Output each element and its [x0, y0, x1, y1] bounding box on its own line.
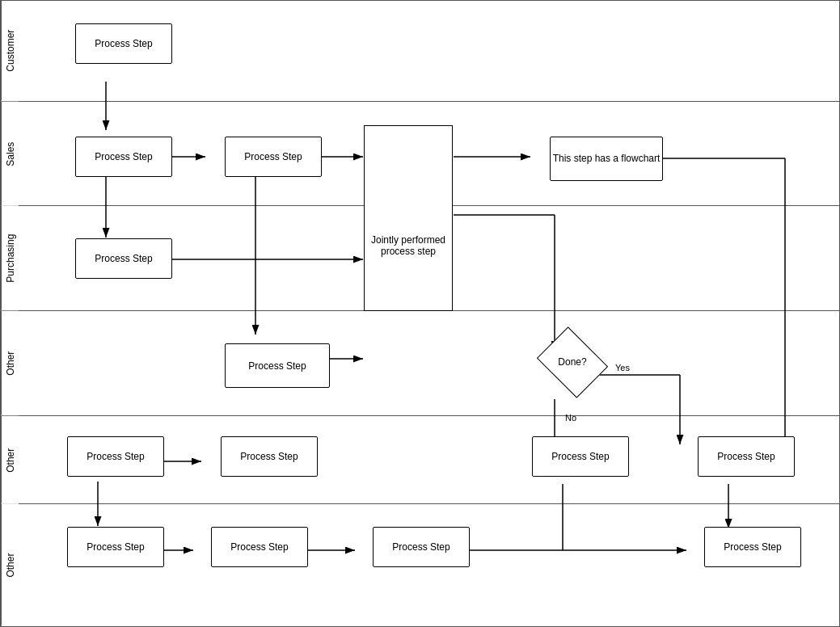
lane-content-other-2: Process Step Process Step Process Step P… — [19, 416, 839, 504]
lane-label-other-2: Other — [1, 416, 19, 504]
process-box-s1: Process Step — [75, 137, 172, 177]
lane-label-other-3: Other — [1, 504, 19, 626]
lane-content-customer: Process Step — [19, 1, 839, 101]
process-box-o2-3: Process Step — [532, 436, 629, 477]
process-box-o2-1: Process Step — [67, 436, 164, 477]
lane-label-customer: Customer — [1, 1, 19, 101]
diamond-label: Done? — [558, 356, 586, 368]
process-box-s2: Process Step — [225, 137, 322, 177]
lane-other-3: Other Process Step Process Step Process … — [1, 504, 839, 626]
diamond-done: Done? — [540, 338, 605, 386]
lane-label-other-1: Other — [1, 311, 19, 415]
process-box-o3-2: Process Step — [211, 527, 308, 567]
lane-content-other-1: Process Step Done? — [19, 311, 839, 415]
flowchart-diagram: Yes No Customer Process Step Sales Proce… — [0, 0, 840, 627]
lane-content-other-3: Process Step Process Step Process Step P… — [19, 504, 839, 626]
process-box-o2-4: Process Step — [698, 436, 795, 477]
process-box-o1: Process Step — [225, 343, 330, 388]
process-box-o3-1: Process Step — [67, 527, 164, 567]
process-box-s-flowchart: This step has a flowchart — [550, 137, 663, 181]
process-box-o3-4: Process Step — [704, 527, 801, 567]
lane-other-1: Other Process Step Done? — [1, 311, 839, 416]
process-box-o2-2: Process Step — [221, 436, 318, 477]
lane-customer: Customer Process Step — [1, 1, 839, 102]
shared-box-sales-purchasing — [364, 125, 453, 311]
process-box-c1: Process Step — [75, 23, 172, 64]
lane-other-2: Other Process Step Process Step Process … — [1, 416, 839, 505]
process-box-o3-3: Process Step — [373, 527, 470, 567]
lane-label-purchasing: Purchasing — [1, 206, 19, 310]
lane-label-sales: Sales — [1, 102, 19, 206]
process-box-p1: Process Step — [75, 238, 172, 279]
